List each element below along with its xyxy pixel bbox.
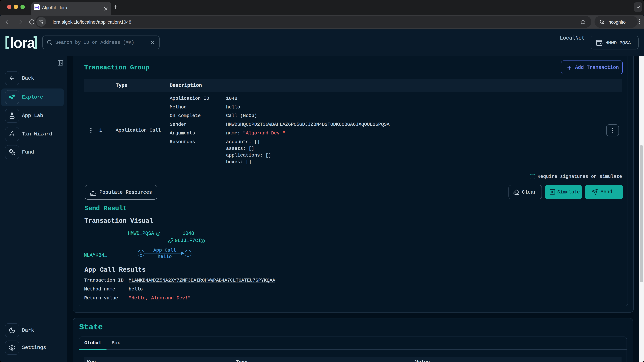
svg-text:2: 2 xyxy=(202,240,204,243)
svg-text:1: 1 xyxy=(140,252,142,256)
svg-text:1: 1 xyxy=(157,232,159,236)
svg-text:lora: lora xyxy=(10,35,35,49)
